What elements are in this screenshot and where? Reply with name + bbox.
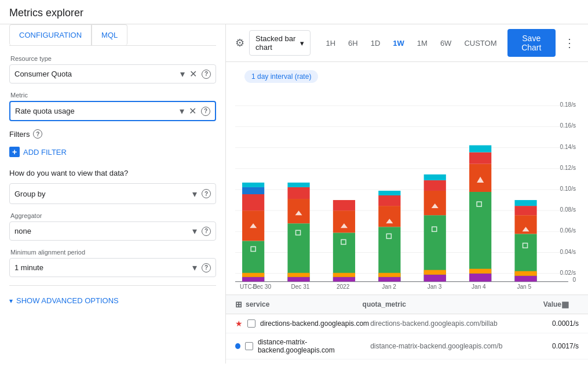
tab-mql[interactable]: MQL [92,24,127,45]
resource-type-label: Resource type [9,55,216,62]
legend-header: ⊞ service quota_metric Value ▦ [226,295,588,314]
more-options-icon[interactable]: ⋮ [560,34,579,52]
metric-field[interactable]: Rate quota usage ▾ ✕ ? [9,101,216,121]
time-btn-1d[interactable]: 1D [365,35,386,51]
min-alignment-dropdown-icon[interactable]: ▾ [192,262,197,273]
grid-icon[interactable]: ▦ [561,300,569,309]
svg-rect-74 [514,276,536,282]
legend-value-1: 0.0001/s [532,319,579,328]
metric-value: Rate quota usage [15,107,180,115]
svg-rect-36 [287,273,309,277]
svg-text:0.04/s: 0.04/s [560,249,576,255]
chevron-down-icon: ▾ [9,297,13,305]
aggregator-field[interactable]: none ▾ ? [9,221,216,241]
resource-type-dropdown-icon[interactable]: ▾ [180,68,185,79]
min-alignment-value: 1 minute [14,263,192,272]
svg-rect-50 [378,277,400,282]
legend-row: geocoding-backend.googleapis.com geocodi… [226,359,588,364]
legend-table: ⊞ service quota_metric Value ▦ ★ directi… [226,295,588,364]
metric-dropdown-icon[interactable]: ▾ [180,106,184,117]
svg-rect-75 [514,271,536,276]
svg-text:0.18/s: 0.18/s [560,101,576,108]
svg-text:Dec 30: Dec 30 [253,284,271,290]
svg-rect-59 [424,270,446,275]
time-btn-6w[interactable]: 6W [434,35,458,51]
svg-text:0.08/s: 0.08/s [560,206,576,213]
aggregator-dropdown-icon[interactable]: ▾ [192,226,197,237]
svg-rect-51 [378,273,400,277]
metric-help-icon[interactable]: ? [201,107,210,116]
svg-text:0.10/s: 0.10/s [560,186,576,192]
time-btn-6h[interactable]: 6H [342,35,364,51]
show-advanced-button[interactable]: ▾ SHOW ADVANCED OPTIONS [9,290,216,311]
add-filter-label: ADD FILTER [23,148,67,157]
svg-rect-31 [287,187,309,199]
metric-group: Metric Rate quota usage ▾ ✕ ? [9,92,216,121]
chart-type-dropdown-icon: ▾ [300,39,304,48]
save-chart-button[interactable]: Save Chart [507,29,556,57]
svg-rect-58 [424,275,446,282]
resource-type-field[interactable]: Consumer Quota ▾ ✕ ? [9,64,216,83]
resource-type-group: Resource type Consumer Quota ▾ ✕ ? [9,55,216,83]
gear-icon[interactable]: ⚙ [235,37,244,49]
tab-configuration[interactable]: CONFIGURATION [9,24,92,45]
svg-rect-66 [469,274,491,282]
legend-row-service-2: distance-matrix-backend.googleapis.com [235,338,370,354]
legend-col-service: ⊞ service [235,300,363,309]
svg-rect-35 [287,277,309,282]
aggregator-help-icon[interactable]: ? [202,227,211,236]
svg-text:Dec 31: Dec 31 [291,284,309,290]
min-alignment-field[interactable]: 1 minute ▾ ? [9,258,216,277]
filters-help-icon[interactable]: ? [33,129,42,139]
svg-rect-62 [469,152,491,164]
config-tabs: CONFIGURATION MQL [9,24,216,46]
legend-checkbox-2[interactable] [245,342,253,350]
svg-rect-67 [469,269,491,274]
legend-value-2: 0.0017/s [532,342,579,350]
group-by-dropdown-icon[interactable]: ▾ [192,188,197,199]
add-filter-button[interactable]: + ADD FILTER [9,143,216,161]
group-by-field[interactable]: Group by ▾ ? [9,183,216,204]
time-btn-1w[interactable]: 1W [387,35,410,51]
resource-type-value: Consumer Quota [14,70,180,78]
aggregator-label: Aggregator [9,212,216,219]
svg-text:0.14/s: 0.14/s [560,144,576,150]
min-alignment-label: Minimum alignment period [9,249,216,256]
svg-rect-39 [333,200,355,210]
legend-service-name-1: directions-backend.googleapis.com [260,319,369,328]
metric-clear-icon[interactable]: ✕ [189,106,196,117]
svg-rect-24 [242,183,264,187]
time-btn-custom[interactable]: CUSTOM [458,35,502,51]
legend-row: distance-matrix-backend.googleapis.com d… [226,333,588,359]
time-btn-1m[interactable]: 1M [411,35,433,51]
svg-text:0.02/s: 0.02/s [560,270,576,276]
resource-type-clear-icon[interactable]: ✕ [189,68,197,79]
metric-label: Metric [9,92,216,99]
svg-rect-46 [378,195,400,206]
svg-text:0.06/s: 0.06/s [560,227,576,234]
svg-rect-45 [378,206,400,227]
group-by-help-icon[interactable]: ? [202,189,211,198]
svg-rect-23 [242,187,264,194]
svg-text:0: 0 [572,277,576,283]
time-btn-1h[interactable]: 1H [320,35,341,51]
min-alignment-help-icon[interactable]: ? [202,263,211,272]
view-question: How do you want to view that data? [9,169,216,177]
time-buttons: 1H 6H 1D 1W 1M 6W CUSTOM [320,35,502,51]
resource-type-help-icon[interactable]: ? [202,70,211,79]
svg-rect-70 [514,206,536,215]
svg-rect-38 [333,210,355,232]
chart-area: 0.18/s 0.16/s 0.14/s 0.12/s 0.10/s 0.08/… [226,91,588,295]
legend-checkbox-1[interactable] [247,319,255,328]
group-by-group: Group by ▾ ? [9,183,216,204]
filters-section: Filters ? [9,129,216,139]
svg-text:Jan 5: Jan 5 [517,284,531,290]
svg-rect-63 [469,146,491,152]
svg-text:Jan 2: Jan 2 [382,284,396,290]
chart-type-select[interactable]: Stacked bar chart ▾ [249,30,311,56]
chart-type-label: Stacked bar chart [255,34,297,52]
legend-quota-1: directions-backend.googleapis.com/billab [370,319,532,328]
legend-row: ★ directions-backend.googleapis.com dire… [226,314,588,333]
svg-text:0.16/s: 0.16/s [560,122,576,129]
aggregator-group: Aggregator none ▾ ? [9,212,216,241]
